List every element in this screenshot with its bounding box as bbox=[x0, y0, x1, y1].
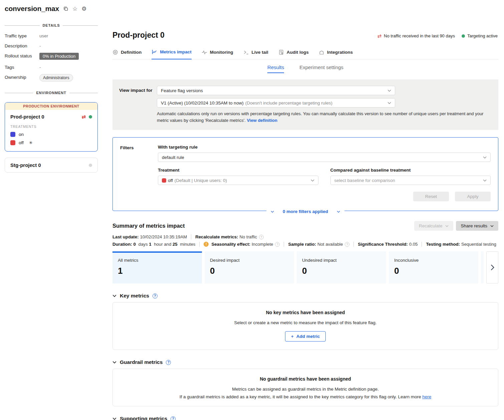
rollout-status-badge: 0% in Production bbox=[39, 53, 79, 60]
share-results-button[interactable]: Share results bbox=[456, 221, 498, 231]
detail-row-tags: Tags - bbox=[5, 64, 98, 70]
document-search-icon bbox=[278, 49, 284, 55]
ownership-pill[interactable]: Administrators bbox=[39, 74, 73, 81]
guardrail-metrics-empty-card: No guardrail metrics have been assigned … bbox=[112, 369, 498, 406]
summary-cards: All metrics 1 Desired impact 0 Undesired… bbox=[112, 251, 498, 283]
filters-panel: Filters With targeting rule default rule… bbox=[112, 137, 498, 211]
help-icon[interactable]: ? bbox=[153, 293, 158, 298]
help-icon[interactable]: ? bbox=[166, 360, 171, 365]
tab-live-tail[interactable]: Live tail bbox=[243, 49, 268, 59]
filters-label: Filters bbox=[120, 145, 158, 201]
production-env-name: Prod-project 0 bbox=[10, 114, 44, 120]
version-select[interactable]: V1 (Active) (10/02/2024 10:35AM to now) … bbox=[157, 98, 395, 108]
baseline-select[interactable]: select baseline for comparison bbox=[330, 176, 491, 185]
card-all-metrics[interactable]: All metrics 1 bbox=[112, 251, 202, 283]
version-helper-text: Automatic calculations only run on versi… bbox=[157, 111, 492, 124]
collapse-chevron-icon[interactable] bbox=[112, 294, 116, 297]
guardrail-metrics-header: Guardrail metrics ? bbox=[112, 359, 498, 365]
card-partial bbox=[481, 251, 484, 283]
chevron-right-icon bbox=[491, 264, 494, 270]
terminal-icon bbox=[243, 49, 249, 55]
subtab-bar: Results Experiment settings bbox=[112, 64, 498, 73]
card-desired-impact[interactable]: Desired impact 0 bbox=[205, 251, 294, 283]
tab-audit-logs[interactable]: Audit logs bbox=[278, 49, 309, 59]
chevron-down-icon bbox=[311, 179, 314, 182]
treatment-select[interactable]: off (Default | Unique users: 0) bbox=[158, 176, 318, 185]
supporting-metrics-header: Supporting metrics ? bbox=[112, 416, 498, 420]
inactive-status-dot bbox=[89, 164, 92, 167]
targeting-rule-label: With targeting rule bbox=[158, 145, 491, 150]
view-definition-link[interactable]: View definition bbox=[247, 118, 277, 123]
targeting-status: Targeting active bbox=[462, 33, 498, 38]
subtab-experiment-settings[interactable]: Experiment settings bbox=[299, 64, 343, 73]
subtab-results[interactable]: Results bbox=[267, 64, 284, 73]
version-type-select[interactable]: Feature flag versions bbox=[157, 86, 395, 95]
chevron-down-icon bbox=[337, 211, 340, 213]
targeting-active-dot bbox=[462, 34, 465, 38]
apply-button[interactable]: Apply bbox=[455, 192, 491, 201]
environment-card-staging[interactable]: Stg-project 0 bbox=[5, 158, 98, 173]
chevron-down-icon bbox=[490, 225, 494, 227]
flag-header: conversion_max ☆ ⚙ bbox=[5, 5, 98, 13]
key-metrics-header: Key metrics ? bbox=[112, 293, 498, 299]
status-row: ⇄ No traffic received in the last 90 day… bbox=[377, 33, 498, 38]
main-content: ⇄ No traffic received in the last 90 day… bbox=[105, 0, 504, 420]
detail-row-rollout-status: Rollout status 0% in Production bbox=[5, 53, 98, 60]
treatment-off-swatch bbox=[10, 140, 15, 145]
star-icon[interactable]: ☆ bbox=[72, 6, 77, 12]
info-icon[interactable]: ? bbox=[345, 242, 349, 247]
treatment-label: Treatment bbox=[158, 168, 318, 173]
card-undesired-impact[interactable]: Undesired impact 0 bbox=[297, 251, 386, 283]
chevron-down-icon bbox=[388, 89, 391, 92]
default-treatment-icon: ✳ bbox=[29, 140, 33, 145]
production-banner: PRODUCTION ENVIRONMENT bbox=[5, 102, 97, 110]
add-metric-button[interactable]: + Add metric bbox=[285, 331, 326, 342]
more-filters-toggle[interactable]: 0 more filters applied bbox=[266, 209, 344, 214]
treatment-off-swatch bbox=[162, 178, 166, 183]
tab-integrations[interactable]: Integrations bbox=[319, 49, 353, 59]
tab-monitoring[interactable]: Monitoring bbox=[202, 49, 233, 59]
pulse-icon bbox=[202, 49, 207, 55]
key-metrics-empty-card: No key metrics have been assigned Select… bbox=[112, 302, 498, 350]
flag-name: conversion_max bbox=[5, 5, 59, 13]
collapse-chevron-icon[interactable] bbox=[112, 417, 116, 420]
reset-button[interactable]: Reset bbox=[413, 192, 449, 201]
targeting-rule-select[interactable]: default rule bbox=[158, 153, 491, 162]
card-inconclusive[interactable]: Inconclusive 0 bbox=[389, 251, 478, 283]
help-icon[interactable]: ? bbox=[171, 416, 176, 420]
info-icon[interactable]: ? bbox=[275, 242, 280, 247]
traffic-status: ⇄ No traffic received in the last 90 day… bbox=[377, 33, 455, 38]
details-divider: DETAILS bbox=[5, 23, 98, 27]
chevron-down-icon bbox=[483, 179, 487, 182]
summary-title: Summary of metrics impact bbox=[112, 223, 185, 229]
recalculate-button[interactable]: Recalculate bbox=[414, 221, 454, 231]
chevron-down-icon bbox=[445, 225, 449, 227]
chevron-down-icon bbox=[388, 102, 391, 104]
staging-env-name: Stg-project 0 bbox=[10, 162, 41, 168]
puzzle-icon bbox=[319, 49, 324, 55]
tab-definition[interactable]: Definition bbox=[112, 49, 142, 59]
tab-metrics-impact[interactable]: Metrics impact bbox=[152, 49, 192, 59]
summary-meta-line-2: Duration: 0 days 1 hour and 25 minutes !… bbox=[112, 242, 498, 247]
gear-icon[interactable]: ⚙ bbox=[81, 6, 86, 12]
learn-more-link[interactable]: here bbox=[422, 394, 431, 399]
cards-next-button[interactable] bbox=[486, 251, 498, 283]
guardrail-line2: If a guardrail metrics is added as a key… bbox=[119, 394, 491, 399]
chevron-down-icon bbox=[271, 211, 274, 213]
baseline-label: Compared against baseline treatment bbox=[330, 168, 491, 173]
plus-icon: + bbox=[291, 334, 294, 339]
detail-row-description: Description - bbox=[5, 43, 98, 48]
environment-card-production[interactable]: PRODUCTION ENVIRONMENT Prod-project 0 ⇄ … bbox=[5, 102, 98, 152]
no-traffic-icon: ⇄ bbox=[81, 114, 86, 119]
app-root: conversion_max ☆ ⚙ DETAILS Traffic type … bbox=[0, 0, 504, 420]
info-icon[interactable]: ? bbox=[259, 235, 264, 239]
environment-title: ENVIRONMENT bbox=[36, 91, 66, 95]
treatment-on-swatch bbox=[10, 132, 15, 137]
chevron-down-icon bbox=[483, 156, 487, 159]
view-impact-panel: View impact for Feature flag versions V1… bbox=[112, 79, 498, 130]
active-status-dot bbox=[89, 115, 92, 119]
collapse-chevron-icon[interactable] bbox=[112, 361, 116, 364]
no-traffic-icon: ⇄ bbox=[377, 33, 382, 38]
copy-icon[interactable] bbox=[63, 6, 68, 11]
details-rows: Traffic type user Description - Rollout … bbox=[5, 33, 98, 81]
